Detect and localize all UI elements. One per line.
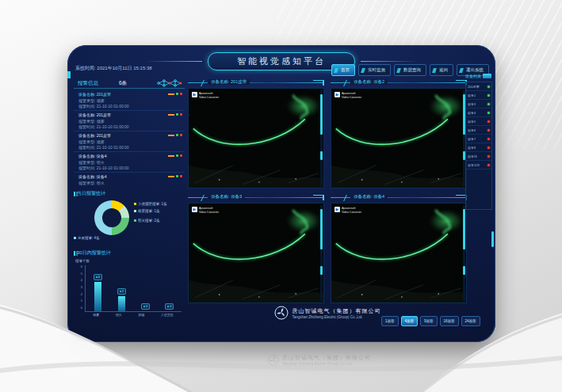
- camera-scene: [189, 204, 323, 303]
- bar-plot: 4 2 0 0: [85, 265, 182, 312]
- device-list-item[interactable]: 设备123: [466, 161, 491, 169]
- alarm-list-item[interactable]: 设备名称: 201皮带 报警类型: 烟雾 报警时间: 21-10-10 01:0…: [74, 111, 185, 131]
- alert-indicator-icon: [180, 154, 182, 157]
- video-feed[interactable]: ▶ ApowersoftVideo Converter: [188, 88, 324, 188]
- alarm-time: 报警时间: 21-10-10 01:00:00: [78, 145, 182, 151]
- bar-value-badge: 0: [141, 303, 150, 310]
- alarm-list-item[interactable]: 设备名称: 设备4 报警类型: 明火 报警时间: 21-10-10 01:00:…: [74, 173, 185, 186]
- view-1-button[interactable]: 1画面: [381, 316, 399, 326]
- month-stats-title: 30日内报警统计: [74, 249, 185, 257]
- video-scrollbar[interactable]: [463, 90, 465, 186]
- ok-indicator-icon: [176, 113, 178, 116]
- video-panel-header: 设备名称: 设备4: [331, 193, 467, 203]
- device-list-item[interactable]: 设备6: [466, 126, 491, 135]
- device-list: 201皮带 设备2 设备3 设备4 设备5 设备6 设备7 设备8 设备55 设…: [465, 82, 492, 210]
- device-list-action-button[interactable]: [483, 74, 491, 78]
- x-axis-labels: 烟雾明火 异物入侵禁区: [85, 313, 182, 317]
- bar-value-badge: 4: [94, 274, 102, 280]
- video-grid: 设备名称: 201皮带 ▶ Apowers: [188, 78, 467, 303]
- device-list-item[interactable]: 201皮带: [466, 82, 491, 91]
- swatch-icon: [134, 219, 136, 222]
- alarm-device: 设备名称: 201皮带: [78, 133, 182, 139]
- video-panel-2: 设备名称: 设备2 ▶ Apowersof: [331, 78, 467, 188]
- video-panel-title: 设备名称: 201皮带: [208, 79, 250, 85]
- bar-column: 2: [117, 265, 126, 311]
- nav-home-button[interactable]: 首页: [331, 64, 355, 76]
- alarm-device: 设备名称: 201皮带: [78, 112, 182, 119]
- ok-indicator-icon: [176, 175, 178, 177]
- dot-icon: [143, 306, 145, 307]
- alarm-type: 报警类型: 明火: [78, 181, 182, 187]
- watermark-logo-icon: ▶: [335, 92, 340, 97]
- device-list-panel: 设备列表 201皮带 设备2 设备3 设备4 设备5 设备6 设备7 设备8 设…: [465, 72, 492, 210]
- device-list-item[interactable]: 设备7: [466, 135, 491, 143]
- view-16-button[interactable]: 16画面: [440, 316, 459, 326]
- video-scrollbar[interactable]: [320, 90, 323, 186]
- alarm-panel: 报警信息 6条 设备名称: 201: [74, 78, 185, 339]
- watermark-logo-icon: ▶: [335, 207, 340, 212]
- nav-live-button[interactable]: 实时监测: [358, 64, 391, 76]
- bar-column: 0: [141, 265, 150, 311]
- alert-indicator-icon: [180, 93, 182, 95]
- status-dot-icon: [487, 164, 490, 166]
- donut-label: 烟雾报警: 1条: [134, 209, 160, 213]
- status-dot-icon: [487, 103, 490, 105]
- view-layout-buttons: 1画面 4画面 9画面 16画面 24画面: [381, 316, 480, 326]
- today-stats-chart: 入侵禁区报警: 1条 烟雾报警: 1条 明火报警: 2条 光束报警: 4条: [74, 200, 185, 245]
- status-dot-icon: [487, 86, 490, 88]
- right-edge-scrollbar[interactable]: [491, 231, 494, 247]
- video-feed[interactable]: ▶ ApowersoftVideo Converter: [188, 203, 324, 303]
- warning-indicator-icon: [168, 93, 174, 95]
- alarm-list-item[interactable]: 设备名称: 201皮带 报警类型: 烟雾 报警时间: 21-10-10 01:0…: [74, 131, 185, 152]
- swatch-icon: [134, 203, 136, 205]
- device-list-item[interactable]: 设备2: [466, 91, 491, 100]
- video-scrollbar[interactable]: [320, 205, 323, 301]
- alarm-list-item[interactable]: 设备名称: 201皮带 报警类型: 烟雾 报警时间: 21-10-10 01:0…: [74, 90, 185, 111]
- video-feed[interactable]: ▶ ApowersoftVideo Converter: [331, 203, 467, 303]
- camera-scene: [331, 89, 466, 188]
- y-axis-ticks: 654 321 0: [75, 265, 82, 310]
- device-list-item[interactable]: 设备3: [466, 100, 491, 108]
- donut-label: 入侵禁区报警: 1条: [134, 202, 167, 206]
- video-panel-header: 设备名称: 201皮带: [188, 78, 324, 88]
- today-stats-title: 当日报警统计: [74, 190, 185, 197]
- status-dot-icon: [487, 129, 490, 131]
- video-scrollbar[interactable]: [463, 205, 465, 301]
- view-4-button[interactable]: 4画面: [401, 316, 419, 326]
- alarm-count-badge: 6条: [119, 80, 127, 87]
- view-24-button[interactable]: 24画面: [461, 316, 480, 326]
- alarm-indicators: [168, 175, 182, 177]
- video-watermark: ▶ ApowersoftVideo Converter: [335, 92, 361, 99]
- device-list-item[interactable]: 设备4: [466, 108, 491, 117]
- alarm-type: 报警类型: 烟雾: [78, 98, 182, 105]
- nav-back-button[interactable]: 返回: [430, 64, 453, 76]
- video-feed[interactable]: ▶ ApowersoftVideo Converter: [331, 88, 467, 188]
- device-list-item[interactable]: 设备5: [466, 117, 491, 126]
- bar-value-badge: 2: [117, 288, 126, 295]
- alert-indicator-icon: [180, 134, 182, 136]
- status-dot-icon: [487, 120, 490, 123]
- video-panel-header: 设备名称: 设备3: [188, 193, 324, 203]
- alarm-device: 设备名称: 设备4: [78, 154, 182, 160]
- video-panel-3: 设备名称: 设备3 ▶ Apowersof: [188, 193, 324, 303]
- status-dot-icon: [487, 94, 490, 97]
- alarm-type: 报警类型: 烟雾: [78, 119, 182, 125]
- video-panel-1: 设备名称: 201皮带 ▶ Apowers: [188, 78, 324, 188]
- bar: [94, 282, 101, 311]
- alarm-list: 设备名称: 201皮带 报警类型: 烟雾 报警时间: 21-10-10 01:0…: [74, 90, 185, 186]
- alarm-type: 报警类型: 明火: [78, 160, 182, 166]
- nav-query-button[interactable]: 数据查询: [394, 64, 426, 76]
- alarm-device: 设备名称: 201皮带: [78, 92, 182, 98]
- edge-accent-decoration: [67, 71, 71, 78]
- company-logo-icon: [274, 306, 289, 320]
- video-panel-4: 设备名称: 设备4 ▶ Apowersof: [331, 193, 467, 303]
- device-list-item[interactable]: 设备55: [466, 152, 491, 161]
- bar-column: 4: [94, 265, 102, 311]
- device-list-item[interactable]: 设备8: [466, 143, 491, 152]
- view-9-button[interactable]: 9画面: [420, 316, 438, 326]
- video-panel-title: 设备名称: 设备2: [350, 79, 388, 85]
- alarm-list-item[interactable]: 设备名称: 设备4 报警类型: 明火 报警时间: 21-10-10 01:00:…: [74, 152, 185, 173]
- video-watermark: ▶ ApowersoftVideo Converter: [192, 92, 219, 99]
- warning-indicator-icon: [168, 114, 174, 116]
- swatch-icon: [74, 237, 76, 239]
